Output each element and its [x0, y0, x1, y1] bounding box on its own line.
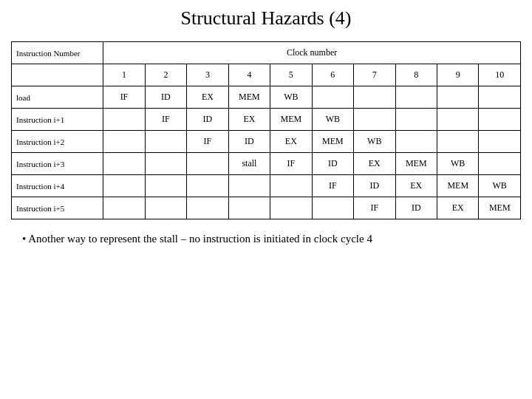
pipeline-cell: ID — [145, 86, 186, 109]
pipeline-cell — [395, 109, 437, 131]
pipeline-cell: IF — [187, 131, 228, 153]
pipeline-cell — [354, 109, 395, 131]
pipeline-cell — [437, 86, 478, 109]
pipeline-cell: WB — [479, 175, 521, 197]
pipeline-cell: WB — [437, 153, 478, 175]
pipeline-table: Instruction Number Clock number 1 2 3 4 … — [11, 41, 521, 219]
pipeline-cell: MEM — [479, 197, 521, 219]
table-row: Instruction i+5IFIDEXMEM — [12, 197, 521, 219]
pipeline-cell: MEM — [395, 153, 437, 175]
table-row: Instruction i+2IFIDEXMEMWB — [12, 131, 521, 153]
instruction-label: Instruction i+5 — [12, 197, 103, 219]
pipeline-cell — [103, 197, 145, 219]
pipeline-cell — [145, 197, 186, 219]
col-9: 9 — [437, 64, 478, 86]
pipeline-cell: EX — [187, 86, 228, 109]
pipeline-cell — [103, 153, 145, 175]
pipeline-cell: EX — [228, 109, 270, 131]
pipeline-cell: ID — [395, 197, 437, 219]
pipeline-cell — [395, 86, 437, 109]
pipeline-cell — [228, 175, 270, 197]
pipeline-cell — [479, 153, 521, 175]
pipeline-cell — [312, 86, 353, 109]
pipeline-cell — [145, 131, 186, 153]
col-10: 10 — [479, 64, 521, 86]
pipeline-cell: EX — [437, 197, 478, 219]
pipeline-cell — [103, 131, 145, 153]
pipeline-cell — [270, 175, 312, 197]
pipeline-cell: MEM — [312, 131, 353, 153]
instruction-label: Instruction i+1 — [12, 109, 103, 131]
col-3: 3 — [187, 64, 228, 86]
pipeline-cell — [437, 109, 478, 131]
instruction-label: Instruction i+2 — [12, 131, 103, 153]
pipeline-cell: ID — [187, 109, 228, 131]
pipeline-cell: WB — [354, 131, 395, 153]
pipeline-cell — [312, 197, 353, 219]
instruction-label: load — [12, 86, 103, 109]
pipeline-cell: MEM — [228, 86, 270, 109]
col-8: 8 — [395, 64, 437, 86]
page: Structural Hazards (4) Instruction Numbe… — [0, 0, 532, 399]
pipeline-cell — [228, 197, 270, 219]
pipeline-cell — [479, 131, 521, 153]
instruction-label: Instruction i+4 — [12, 175, 103, 197]
pipeline-cell: IF — [145, 109, 186, 131]
pipeline-cell: EX — [354, 153, 395, 175]
pipeline-cell: ID — [312, 153, 353, 175]
pipeline-cell: ID — [228, 131, 270, 153]
pipeline-cell — [187, 153, 228, 175]
pipeline-cell: EX — [395, 175, 437, 197]
pipeline-cell: IF — [312, 175, 353, 197]
pipeline-cell — [103, 175, 145, 197]
pipeline-cell — [354, 86, 395, 109]
pipeline-cell — [103, 109, 145, 131]
table-row: Instruction i+3stallIFIDEXMEMWB — [12, 153, 521, 175]
pipeline-cell: WB — [270, 86, 312, 109]
pipeline-cell — [437, 131, 478, 153]
table-row: Instruction i+4IFIDEXMEMWB — [12, 175, 521, 197]
pipeline-cell — [395, 131, 437, 153]
instruction-label: Instruction i+3 — [12, 153, 103, 175]
pipeline-cell — [479, 109, 521, 131]
pipeline-cell: MEM — [270, 109, 312, 131]
pipeline-cell — [145, 153, 186, 175]
pipeline-cell: ID — [354, 175, 395, 197]
pipeline-cell — [270, 197, 312, 219]
table-row: loadIFIDEXMEMWB — [12, 86, 521, 109]
pipeline-cell — [187, 175, 228, 197]
col-5: 5 — [270, 64, 312, 86]
col-7: 7 — [354, 64, 395, 86]
table-row: Instruction i+1IFIDEXMEMWB — [12, 109, 521, 131]
instruction-number-header: Instruction Number — [12, 42, 103, 64]
col-1: 1 — [103, 64, 145, 86]
pipeline-cell: EX — [270, 131, 312, 153]
col-2: 2 — [145, 64, 186, 86]
pipeline-cell: IF — [270, 153, 312, 175]
page-title: Structural Hazards (4) — [180, 7, 351, 30]
pipeline-cell: IF — [103, 86, 145, 109]
col-4: 4 — [228, 64, 270, 86]
pipeline-cell — [479, 86, 521, 109]
pipeline-cell: WB — [312, 109, 353, 131]
bullet-text: • Another way to represent the stall – n… — [15, 231, 525, 247]
clock-number-header: Clock number — [103, 42, 521, 64]
col-6: 6 — [312, 64, 353, 86]
empty-header-cell — [12, 64, 103, 86]
pipeline-cell: IF — [354, 197, 395, 219]
pipeline-cell: stall — [228, 153, 270, 175]
pipeline-cell — [145, 175, 186, 197]
pipeline-cell: MEM — [437, 175, 478, 197]
pipeline-cell — [187, 197, 228, 219]
